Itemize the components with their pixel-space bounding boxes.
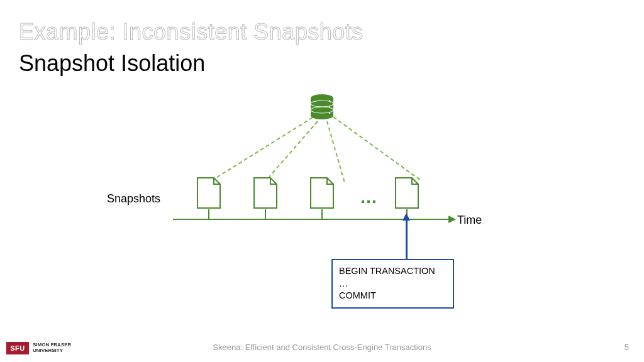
svg-point-5 — [329, 100, 330, 101]
ellipsis-icon: … — [360, 187, 379, 207]
svg-point-7 — [329, 112, 330, 114]
txn-line-commit: COMMIT — [339, 290, 447, 302]
snapshots-label: Snapshots — [107, 192, 160, 206]
footer-paper-title: Skeena: Efficient and Consistent Cross-E… — [0, 343, 644, 352]
txn-line-ellipsis: … — [339, 278, 447, 290]
slide-footer: SFU SIMON FRASERUNIVERSITY Skeena: Effic… — [0, 337, 644, 356]
snapshot-stem — [265, 209, 266, 219]
transaction-box: BEGIN TRANSACTION … COMMIT — [331, 259, 454, 309]
snapshot-stem — [321, 209, 323, 219]
snapshot-doc-icon — [253, 177, 278, 212]
dashed-connector — [206, 117, 313, 185]
diagram-area: Snapshots Time … BEGIN TRANSACTION … COM… — [0, 82, 644, 308]
dashed-connector — [333, 116, 420, 180]
snapshot-doc-icon — [394, 177, 419, 212]
page-number: 5 — [625, 343, 629, 352]
transaction-arrow — [406, 219, 408, 259]
snapshot-doc-icon — [196, 177, 221, 212]
txn-line-begin: BEGIN TRANSACTION — [339, 265, 447, 278]
time-label: Time — [457, 214, 482, 227]
dashed-connector — [326, 121, 345, 182]
database-icon — [308, 93, 336, 123]
snapshot-doc-icon — [309, 177, 335, 212]
svg-point-6 — [329, 106, 330, 107]
snapshot-stem — [208, 209, 209, 219]
slide-subtitle: Snapshot Isolation — [19, 50, 205, 77]
slide-title-outline: Example: Inconsistent Snapshots — [19, 19, 364, 45]
